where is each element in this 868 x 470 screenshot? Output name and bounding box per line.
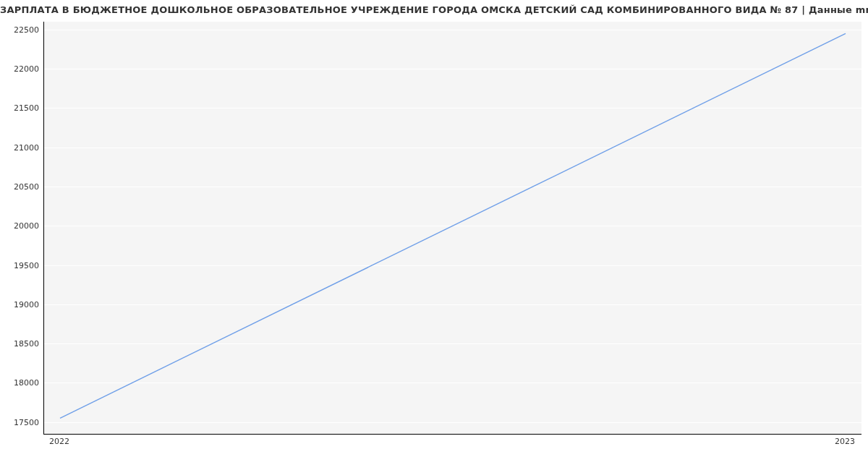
y-tick-label: 17500 — [7, 417, 39, 427]
y-tick-label: 22000 — [7, 64, 39, 74]
y-tick-label: 21500 — [7, 103, 39, 113]
line-series — [44, 22, 861, 434]
y-tick-label: 18000 — [7, 378, 39, 388]
y-tick-label: 19500 — [7, 260, 39, 270]
y-tick-label: 20000 — [7, 221, 39, 231]
y-tick-label: 20500 — [7, 182, 39, 192]
y-tick-label: 19000 — [7, 299, 39, 309]
x-tick-label: 2022 — [49, 437, 69, 446]
chart-container: ЗАРПЛАТА В БЮДЖЕТНОЕ ДОШКОЛЬНОЕ ОБРАЗОВА… — [0, 0, 868, 470]
chart-title: ЗАРПЛАТА В БЮДЖЕТНОЕ ДОШКОЛЬНОЕ ОБРАЗОВА… — [0, 4, 862, 15]
plot-area — [43, 22, 861, 435]
y-tick-label: 21000 — [7, 142, 39, 152]
x-tick-label: 2023 — [835, 437, 855, 446]
y-tick-label: 22500 — [7, 25, 39, 34]
y-tick-label: 18500 — [7, 339, 39, 349]
